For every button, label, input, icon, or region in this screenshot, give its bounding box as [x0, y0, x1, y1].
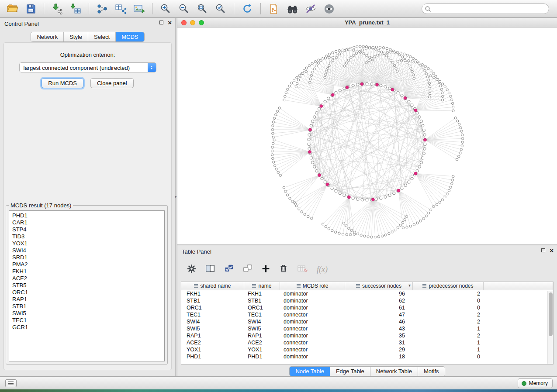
network-node[interactable] — [397, 227, 399, 229]
network-node[interactable] — [388, 87, 391, 89]
column-header-predecessor-nodes[interactable]: predecessor nodes — [413, 282, 484, 290]
network-node[interactable] — [363, 52, 365, 55]
network-node-mcds[interactable] — [371, 198, 374, 201]
search-network-button[interactable] — [284, 2, 300, 16]
table-cell-successor-nodes[interactable]: 43 — [345, 325, 413, 332]
table-cell-mcds-role[interactable]: connector — [280, 325, 345, 332]
network-node[interactable] — [343, 65, 346, 67]
network-node[interactable] — [429, 86, 431, 88]
network-node[interactable] — [271, 150, 273, 152]
table-cell-predecessor-nodes[interactable]: 1 — [413, 325, 484, 332]
table-cell-mcds-role[interactable]: dominator — [280, 297, 345, 304]
network-node[interactable] — [363, 235, 366, 237]
network-node[interactable] — [311, 161, 314, 164]
network-node[interactable] — [386, 47, 388, 49]
mcds-result-item[interactable]: SWI4 — [12, 247, 164, 254]
network-node[interactable] — [436, 78, 438, 80]
tab-style[interactable]: Style — [64, 32, 88, 41]
network-node[interactable] — [422, 157, 424, 159]
network-node[interactable] — [272, 124, 274, 127]
network-node[interactable] — [346, 234, 348, 236]
network-node[interactable] — [401, 221, 404, 224]
network-node[interactable] — [441, 99, 443, 101]
mcds-result-item[interactable]: STP4 — [12, 226, 164, 233]
network-node[interactable] — [301, 211, 303, 213]
network-node[interactable] — [296, 82, 298, 84]
network-node[interactable] — [308, 138, 310, 141]
table-cell-name[interactable]: FKH1 — [244, 290, 280, 297]
table-cell-mcds-role[interactable]: connector — [280, 339, 345, 346]
table-cell-name[interactable]: SWI4 — [244, 318, 280, 325]
table-cell-predecessor-nodes[interactable]: 2 — [413, 332, 484, 339]
table-cell-shared-name[interactable]: RAP1 — [181, 332, 244, 339]
column-header-mcds-role[interactable]: MCDS role — [280, 282, 345, 290]
network-node[interactable] — [397, 91, 399, 94]
network-node[interactable] — [428, 82, 430, 84]
network-node[interactable] — [411, 60, 413, 62]
network-node[interactable] — [272, 132, 274, 134]
network-node[interactable] — [277, 171, 279, 173]
network-node[interactable] — [422, 217, 425, 220]
mcds-result-item[interactable]: ACE2 — [12, 275, 164, 282]
network-node[interactable] — [380, 53, 382, 55]
network-node[interactable] — [356, 50, 358, 52]
table-cell-predecessor-nodes[interactable]: 1 — [413, 346, 484, 353]
network-node-mcds[interactable] — [326, 183, 329, 186]
network-node[interactable] — [294, 203, 297, 205]
network-node[interactable] — [418, 116, 421, 118]
mcds-result-item[interactable]: GCR1 — [12, 324, 164, 331]
memory-button[interactable]: Memory — [518, 378, 553, 388]
network-node[interactable] — [356, 46, 358, 48]
mcds-result-item[interactable]: CAR1 — [12, 219, 164, 226]
column-header-name[interactable]: name — [244, 282, 280, 290]
network-node[interactable] — [353, 46, 355, 48]
network-node[interactable] — [432, 205, 435, 207]
network-node[interactable] — [424, 65, 426, 68]
tab-mcds[interactable]: MCDS — [116, 32, 144, 41]
network-node[interactable] — [291, 82, 293, 84]
network-node-mcds[interactable] — [331, 93, 334, 96]
network-node[interactable] — [365, 62, 367, 64]
network-node[interactable] — [304, 213, 306, 215]
network-node[interactable] — [422, 67, 424, 69]
network-node[interactable] — [411, 177, 413, 180]
network-node[interactable] — [427, 67, 429, 69]
network-node[interactable] — [422, 124, 424, 127]
network-node[interactable] — [353, 49, 355, 52]
network-node[interactable] — [275, 168, 277, 170]
table-cell-name[interactable]: PHD1 — [244, 353, 280, 360]
network-node[interactable] — [374, 236, 376, 238]
mcds-result-item[interactable]: SRD1 — [12, 254, 164, 261]
network-node[interactable] — [429, 89, 431, 91]
network-node[interactable] — [451, 99, 453, 101]
network-node-mcds[interactable] — [376, 83, 379, 86]
network-node[interactable] — [375, 46, 377, 48]
network-node[interactable] — [413, 77, 415, 79]
network-node[interactable] — [457, 120, 459, 122]
network-from-table-button[interactable] — [113, 2, 128, 16]
network-node[interactable] — [456, 158, 458, 161]
network-node[interactable] — [293, 79, 295, 81]
network-node[interactable] — [442, 95, 444, 97]
table-cell-shared-name[interactable]: PHD1 — [181, 353, 244, 360]
table-cell-mcds-role[interactable]: dominator — [280, 318, 345, 325]
network-node[interactable] — [423, 134, 426, 136]
network-node[interactable] — [332, 52, 334, 54]
network-node[interactable] — [343, 194, 346, 196]
splitter-collapse-icon[interactable]: ▸ — [175, 195, 177, 199]
network-node[interactable] — [298, 74, 301, 76]
network-node[interactable] — [353, 54, 355, 56]
network-node[interactable] — [408, 100, 410, 103]
network-node[interactable] — [384, 234, 387, 236]
mcds-result-item[interactable]: PMA2 — [12, 261, 164, 268]
network-node[interactable] — [400, 52, 402, 54]
network-node-mcds[interactable] — [318, 174, 321, 177]
table-cell-predecessor-nodes[interactable]: 1 — [413, 339, 484, 346]
network-node[interactable] — [324, 181, 326, 183]
network-node[interactable] — [461, 141, 464, 143]
network-node[interactable] — [339, 192, 341, 195]
table-cell-predecessor-nodes[interactable]: 0 — [413, 353, 484, 360]
network-node[interactable] — [368, 47, 370, 49]
network-node[interactable] — [272, 142, 274, 144]
table-cell-shared-name[interactable]: ACE2 — [181, 339, 244, 346]
